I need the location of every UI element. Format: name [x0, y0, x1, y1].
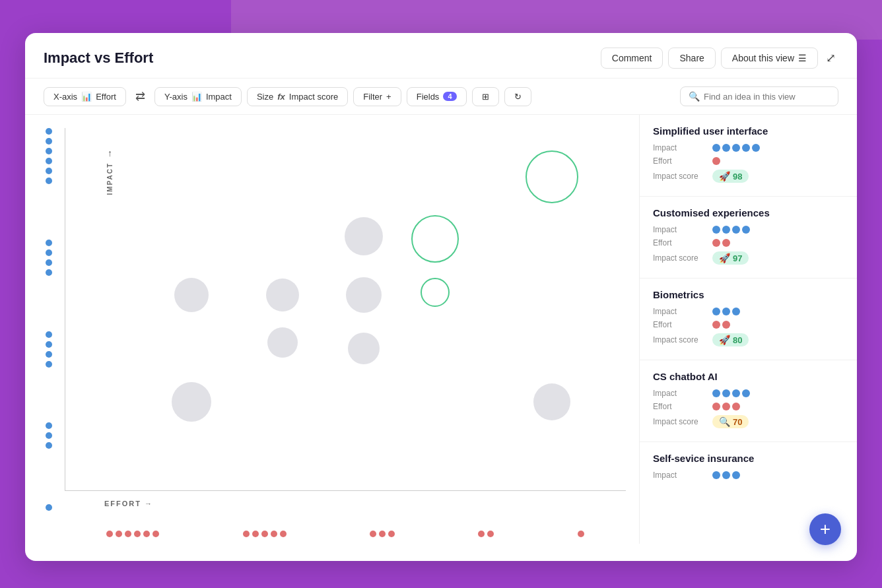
feature-impact-row: Impact	[653, 389, 844, 398]
feature-title: Biometrics	[653, 289, 844, 300]
feature-card-simplified[interactable]: Simplified user interface Impact Effort	[640, 115, 857, 197]
feature-effort-row: Effort	[653, 238, 844, 247]
bubble-bottom-right[interactable]	[533, 383, 570, 420]
effort-value	[712, 157, 720, 165]
effort-value	[712, 403, 740, 410]
y-dot	[46, 240, 52, 246]
feature-card-customised[interactable]: Customised experiences Impact Effort	[640, 197, 857, 278]
yaxis-button[interactable]: Y-axis 📊 Impact	[154, 87, 242, 106]
search-input[interactable]	[704, 92, 830, 102]
expand-button[interactable]: ⤢	[823, 48, 838, 68]
page-title: Impact vs Effort	[44, 49, 153, 67]
content-area: ↑ IMPACT	[25, 115, 857, 544]
swap-icon: ⇄	[135, 90, 145, 103]
y-dot	[46, 259, 52, 266]
feature-impact-row: Impact	[653, 307, 844, 316]
y-dot	[46, 504, 52, 511]
feature-score-row: Impact score 🚀 98	[653, 170, 844, 183]
feature-card-insurance[interactable]: Self-sevice insurance Impact	[640, 442, 857, 493]
fields-label: Fields	[417, 92, 440, 102]
rocket-icon: 🚀	[719, 171, 730, 181]
rocket-icon: 🔍	[719, 416, 730, 427]
menu-icon: ☰	[798, 53, 807, 63]
bubble-simplified[interactable]	[526, 150, 578, 203]
impact-value	[712, 226, 750, 234]
header: Impact vs Effort Comment Share About thi…	[25, 33, 857, 79]
x-dot-group-5	[578, 531, 584, 537]
x-axis-label: EFFORT →	[104, 500, 153, 507]
feature-score-row: Impact score 🚀 97	[653, 251, 844, 265]
bubble-mid1[interactable]	[345, 217, 383, 255]
impact-value	[712, 308, 740, 315]
bar-chart-icon: 📊	[81, 92, 92, 102]
feature-title: Self-sevice insurance	[653, 453, 844, 464]
rocket-icon: 🚀	[719, 253, 730, 263]
y-dot	[46, 331, 52, 338]
filter-button[interactable]: Filter +	[353, 87, 401, 106]
bubble-left1[interactable]	[174, 278, 209, 312]
y-dot	[46, 128, 52, 135]
feature-title: Customised experiences	[653, 207, 844, 218]
y-dot	[46, 269, 52, 276]
feature-effort-row: Effort	[653, 320, 844, 329]
score-badge: 🚀 80	[712, 333, 749, 346]
toolbar: X-axis 📊 Effort ⇄ Y-axis 📊 Impact Size f…	[25, 79, 857, 115]
comment-button[interactable]: Comment	[601, 48, 663, 69]
refresh-icon: ↻	[514, 92, 522, 102]
add-button[interactable]: +	[809, 513, 841, 545]
share-button[interactable]: Share	[668, 48, 715, 69]
swap-button[interactable]: ⇄	[131, 86, 149, 106]
header-actions: Comment Share About this view ☰ ⤢	[601, 48, 838, 69]
impact-value	[712, 471, 740, 479]
bubble-bot1[interactable]	[267, 327, 298, 358]
size-button[interactable]: Size fx Impact score	[247, 87, 348, 106]
bubble-mid2[interactable]	[266, 278, 299, 311]
main-card: Impact vs Effort Comment Share About thi…	[25, 33, 857, 561]
x-axis-dots	[65, 531, 626, 537]
effort-value	[712, 321, 730, 329]
xaxis-label: X-axis	[53, 92, 77, 102]
y-dot	[46, 138, 52, 145]
bubble-container	[105, 141, 613, 438]
bubble-bottom-left[interactable]	[172, 382, 211, 422]
bubble-customised[interactable]	[411, 215, 459, 263]
xaxis-button[interactable]: X-axis 📊 Effort	[44, 87, 126, 106]
y-dot	[46, 432, 52, 439]
bubble-bot2[interactable]	[348, 333, 380, 364]
fields-button[interactable]: Fields 4	[407, 87, 467, 106]
fx-icon: fx	[277, 92, 285, 102]
y-dot	[46, 178, 52, 184]
feature-card-chatbot[interactable]: CS chatbot AI Impact Effort	[640, 360, 857, 442]
sort-button[interactable]: ⊞	[472, 87, 499, 106]
y-dot	[46, 249, 52, 256]
x-dot-group-4	[478, 531, 494, 537]
search-icon: 🔍	[689, 91, 700, 102]
score-badge: 🚀 98	[712, 170, 749, 183]
x-dot-group-3	[370, 531, 395, 537]
bubble-biometrics[interactable]	[421, 278, 450, 307]
impact-value	[712, 144, 760, 152]
score-badge: 🚀 97	[712, 251, 749, 265]
feature-title: CS chatbot AI	[653, 371, 844, 382]
y-dot	[46, 148, 52, 154]
y-dot	[46, 442, 52, 449]
xaxis-value: Effort	[96, 92, 116, 102]
y-dot	[46, 168, 52, 174]
x-dot-group-2	[243, 531, 287, 537]
about-view-button[interactable]: About this view ☰	[721, 48, 818, 69]
feature-impact-row: Impact	[653, 225, 844, 234]
feature-score-row: Impact score 🚀 80	[653, 333, 844, 346]
score-badge: 🔍 70	[712, 415, 749, 428]
y-dot	[46, 361, 52, 368]
chart-grid: ↑ IMPACT	[65, 128, 626, 491]
bubble-mid3[interactable]	[346, 277, 382, 313]
y-dot	[46, 351, 52, 358]
refresh-button[interactable]: ↻	[504, 87, 531, 106]
size-label: Size	[257, 92, 273, 102]
yaxis-label: Y-axis	[164, 92, 187, 102]
feature-card-biometrics[interactable]: Biometrics Impact Effort	[640, 278, 857, 360]
right-panel: Simplified user interface Impact Effort	[639, 115, 857, 544]
filter-plus: +	[386, 92, 391, 102]
bar-chart-icon-y: 📊	[191, 92, 202, 102]
feature-score-row: Impact score 🔍 70	[653, 415, 844, 428]
